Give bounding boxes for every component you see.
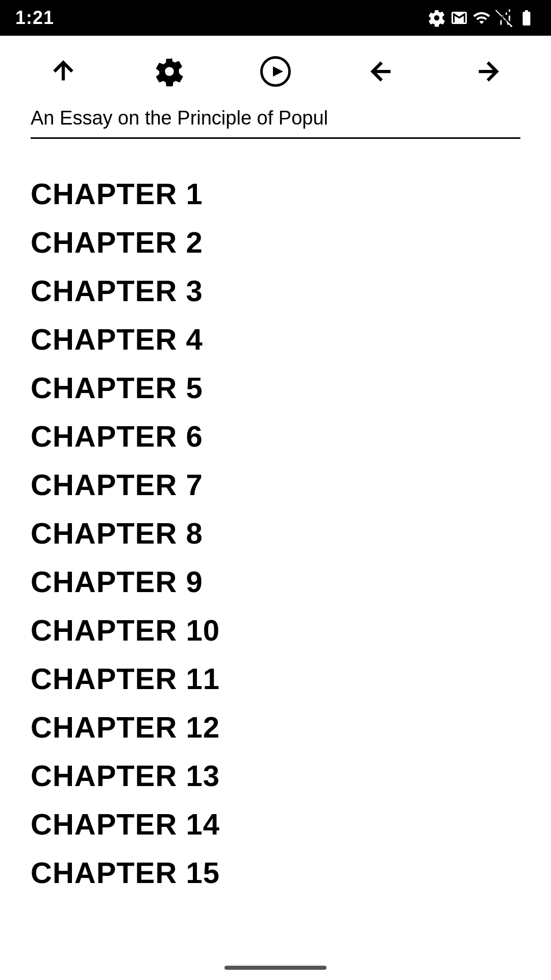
chapter-item[interactable]: CHAPTER 1 [31,169,520,218]
chapter-item[interactable]: CHAPTER 14 [31,800,520,848]
chapter-item[interactable]: CHAPTER 6 [31,412,520,460]
gmail-status-icon [450,9,468,27]
chapter-item[interactable]: CHAPTER 15 [31,848,520,897]
book-title: An Essay on the Principle of Popul [31,107,520,129]
chapter-item[interactable]: CHAPTER 10 [31,606,520,654]
chapter-item[interactable]: CHAPTER 4 [31,315,520,363]
forward-arrow-icon [472,56,503,87]
chapter-item[interactable]: CHAPTER 8 [31,509,520,557]
chapter-item[interactable]: CHAPTER 12 [31,703,520,751]
book-title-container: An Essay on the Principle of Popul [31,107,520,139]
up-arrow-icon [48,56,79,87]
play-button[interactable] [255,51,296,92]
settings-status-icon [428,9,446,27]
chapter-item[interactable]: CHAPTER 9 [31,557,520,606]
chapter-item[interactable]: CHAPTER 5 [31,363,520,412]
wifi-status-icon [472,9,491,27]
up-button[interactable] [43,51,84,92]
status-bar: 1:21 [0,0,551,36]
back-button[interactable] [361,51,402,92]
signal-status-icon [495,9,513,27]
gear-icon [154,56,185,87]
forward-button[interactable] [467,51,508,92]
status-icons [428,9,536,27]
toolbar [0,36,551,107]
chapter-item[interactable]: CHAPTER 13 [31,751,520,800]
chapter-item[interactable]: CHAPTER 7 [31,460,520,509]
chapter-item[interactable]: CHAPTER 3 [31,266,520,315]
nav-indicator [224,966,327,970]
chapter-list: CHAPTER 1CHAPTER 2CHAPTER 3CHAPTER 4CHAP… [0,139,551,897]
chapter-item[interactable]: CHAPTER 11 [31,654,520,703]
back-arrow-icon [366,56,397,87]
settings-button[interactable] [149,51,190,92]
svg-marker-2 [273,66,283,77]
play-icon [260,56,291,87]
chapter-item[interactable]: CHAPTER 2 [31,218,520,266]
battery-status-icon [517,9,536,27]
status-time: 1:21 [15,7,54,29]
